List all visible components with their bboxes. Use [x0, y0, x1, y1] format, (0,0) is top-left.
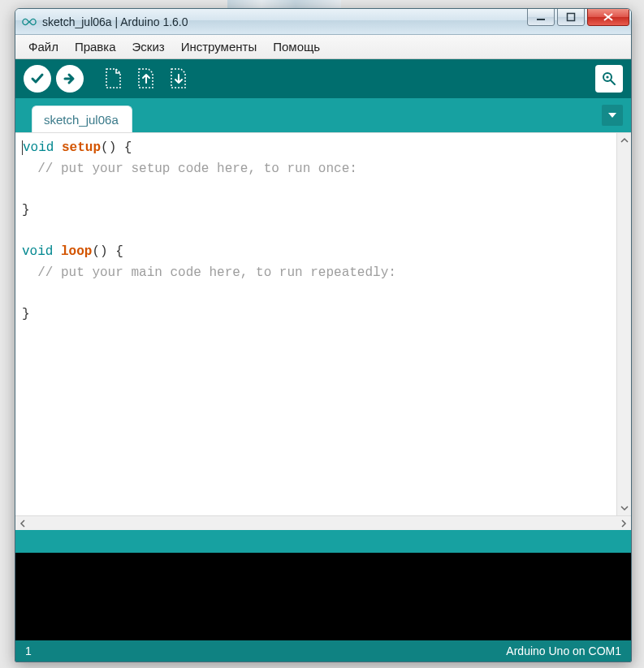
tab-strip: sketch_jul06a [15, 98, 631, 132]
maximize-button[interactable]: max [557, 8, 585, 26]
save-sketch-button[interactable] [165, 65, 192, 93]
close-button[interactable]: close [587, 8, 629, 26]
open-sketch-button[interactable] [132, 65, 160, 93]
sketch-tab[interactable]: sketch_jul06a [32, 106, 132, 133]
serial-monitor-button[interactable] [595, 65, 623, 93]
footer-bar: 1 Arduino Uno on COM1 [15, 640, 631, 662]
tab-menu-button[interactable] [602, 105, 623, 126]
sketch-tab-label: sketch_jul06a [44, 113, 119, 127]
menubar: Файл Правка Эскиз Инструменты Помощь [15, 35, 631, 59]
svg-rect-1 [568, 14, 575, 21]
toolbar [15, 59, 631, 98]
menu-edit[interactable]: Правка [67, 37, 124, 57]
app-window: sketch_jul06a | Arduino 1.6.0 min max cl… [15, 8, 632, 662]
scroll-right-icon[interactable] [616, 516, 631, 530]
code-editor[interactable]: void setup() { // put your setup code he… [15, 133, 616, 515]
horizontal-scrollbar[interactable] [15, 515, 631, 530]
new-sketch-button[interactable] [100, 65, 128, 93]
console-output[interactable] [15, 553, 631, 640]
menu-sketch[interactable]: Эскиз [124, 37, 173, 57]
menu-help[interactable]: Помощь [265, 37, 328, 57]
menu-file[interactable]: Файл [20, 37, 67, 57]
board-port-label: Arduino Uno on COM1 [506, 644, 621, 657]
arduino-icon [22, 16, 37, 28]
verify-button[interactable] [24, 65, 51, 93]
status-strip [15, 530, 631, 553]
svg-rect-0 [537, 19, 545, 20]
line-number: 1 [25, 644, 32, 657]
upload-button[interactable] [56, 65, 84, 93]
vertical-scrollbar[interactable] [616, 133, 631, 515]
menu-tools[interactable]: Инструменты [173, 37, 266, 57]
scroll-left-icon[interactable] [15, 516, 30, 530]
titlebar[interactable]: sketch_jul06a | Arduino 1.6.0 min max cl… [15, 9, 631, 35]
scroll-up-icon[interactable] [617, 133, 631, 148]
window-title: sketch_jul06a | Arduino 1.6.0 [42, 15, 521, 28]
svg-point-3 [606, 75, 608, 78]
scroll-down-icon[interactable] [617, 501, 631, 515]
minimize-button[interactable]: min [527, 8, 555, 26]
editor-area: void setup() { // put your setup code he… [15, 132, 631, 530]
